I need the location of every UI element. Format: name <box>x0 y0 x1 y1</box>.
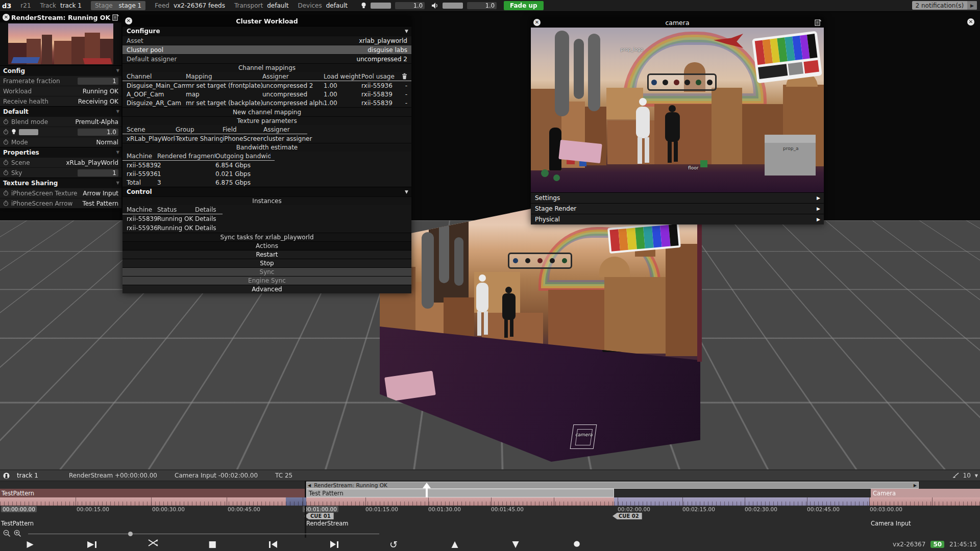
timecode-label: 00:03:00.00 <box>870 506 902 512</box>
cue-marker-1[interactable]: CUE 01 <box>304 513 334 519</box>
return-to-start-button[interactable]: ↺ <box>383 539 404 550</box>
volume-value[interactable]: 1.0 <box>467 2 497 9</box>
stop-button[interactable]: ■ <box>202 539 223 549</box>
chevron-right-icon[interactable]: ▶ <box>914 483 917 488</box>
devices-menu-value[interactable]: default <box>326 2 348 9</box>
stage-menu[interactable]: Stage stage 1 <box>91 1 145 10</box>
testpattern-section-label: TestPattern <box>2 490 34 497</box>
track-name[interactable]: track 1 <box>17 472 38 479</box>
timecode-label: 00:00:30.00 <box>152 506 185 512</box>
play-button[interactable]: ▶ <box>20 539 40 549</box>
timecode-label: 00:00:00.00 <box>1 506 37 512</box>
brightness-slider[interactable] <box>371 3 391 9</box>
previous-track-button[interactable]: ▲ <box>445 539 465 549</box>
brightness-value[interactable]: 1.0 <box>395 2 425 9</box>
previous-section-button[interactable] <box>263 539 283 549</box>
play-section-button[interactable]: ▶ <box>82 539 102 549</box>
fade-up-button[interactable]: Fade up <box>504 1 544 10</box>
zoom-out-icon[interactable] <box>3 530 11 537</box>
chevron-left-icon[interactable]: ◀ <box>308 483 311 488</box>
track-menu-label[interactable]: Track <box>40 2 56 9</box>
zoom-in-icon[interactable] <box>14 530 21 537</box>
test-pattern-section-label: Test Pattern <box>309 490 344 497</box>
camera-section-label: Camera <box>873 490 896 497</box>
renderstream-timecode: RenderStream +00:00:00.00 <box>69 472 157 479</box>
disguise-app: camera ✕ d3 r21 Track track 1 Stage stag… <box>0 0 980 551</box>
test-pattern-section-bar[interactable]: Test Pattern <box>306 489 614 497</box>
app-logo[interactable]: d3 <box>2 2 11 10</box>
testpattern-section-bar[interactable]: TestPattern <box>0 489 305 497</box>
notifications-text: 2 notification(s) <box>916 2 964 9</box>
renderstream-layer-label[interactable]: RenderStream <box>306 520 349 527</box>
stage-menu-label: Stage <box>95 2 113 9</box>
timecode-label: 00:01:15.00 <box>365 506 398 512</box>
timeline-ruler-pink[interactable] <box>869 497 980 506</box>
brush-icon[interactable] <box>952 472 959 479</box>
camera-section-bar[interactable]: Camera <box>871 489 980 497</box>
timeline-ruler-purple[interactable] <box>614 497 869 506</box>
playhead[interactable] <box>423 483 431 498</box>
timeline-ruler-blue[interactable] <box>286 497 306 506</box>
chevron-down-icon[interactable]: ▼ <box>975 473 978 478</box>
timeline-area: track 1 RenderStream +00:00:00.00 Camera… <box>0 469 980 551</box>
transport-menu-label[interactable]: Transport <box>234 2 263 9</box>
timecode-label: 00:02:00.00 <box>618 506 650 512</box>
scrollbar-handle[interactable] <box>128 532 133 536</box>
brightness-icon <box>361 2 366 9</box>
volume-icon <box>432 3 438 9</box>
timecode-label: 00:02:30.00 <box>745 506 777 512</box>
feed-menu-value[interactable]: vx2-26367 feeds <box>174 2 225 9</box>
timeline-ruler-pink[interactable] <box>0 497 286 506</box>
transport-menu-value[interactable]: default <box>267 2 288 9</box>
timecode-label: 00:00:15.00 <box>77 506 109 512</box>
renderstream-status-bar[interactable]: ◀ RenderStream: Running OK ▶ <box>306 482 919 489</box>
timecode-label: 00:01:30.00 <box>428 506 461 512</box>
timecode-label: 00:01:00.00 <box>303 506 338 512</box>
clock: 21:45:15 <box>949 541 977 548</box>
next-track-button[interactable]: ▼ <box>505 539 526 549</box>
devices-menu-label[interactable]: Devices <box>298 2 322 9</box>
track-icon[interactable] <box>3 472 10 479</box>
cue-marker-2[interactable]: CUE 02 <box>612 513 642 519</box>
feed-menu-label[interactable]: Feed <box>155 2 169 9</box>
stage-menu-value: stage 1 <box>118 2 141 9</box>
timeline-scrollbar[interactable] <box>28 534 379 534</box>
next-section-button[interactable] <box>324 539 345 549</box>
tc-rate-label: TC 25 <box>275 472 292 479</box>
track-bar[interactable]: track 1 RenderStream +00:00:00.00 Camera… <box>0 470 980 481</box>
top-menu-bar: d3 r21 Track track 1 Stage stage 1 Feed … <box>0 0 980 12</box>
camera-input-timecode: Camera Input -00:02:00.00 <box>175 472 258 479</box>
testpattern-layer-label[interactable]: TestPattern <box>1 520 34 527</box>
notifications-badge[interactable]: 2 notification(s) ▶ <box>912 1 977 10</box>
version-label: r21 <box>20 2 31 9</box>
volume-slider[interactable] <box>443 3 463 9</box>
camera-input-layer-label[interactable]: Camera Input <box>871 520 911 527</box>
notification-expand-icon[interactable]: ▶ <box>967 1 977 10</box>
fps-badge: 50 <box>930 541 944 548</box>
timecode-label: 00:01:45.00 <box>491 506 524 512</box>
timecode-label: 00:02:15.00 <box>682 506 715 512</box>
timecode-label: 00:02:45.00 <box>807 506 840 512</box>
machine-id: vx2-26367 <box>893 541 925 548</box>
track-menu-value[interactable]: track 1 <box>60 2 82 9</box>
timecode-label: 00:00:45.00 <box>228 506 260 512</box>
renderstream-status-label: RenderStream: Running OK <box>314 482 387 488</box>
trackbar-right-value[interactable]: 10 <box>963 472 971 479</box>
crossfade-button[interactable] <box>143 539 163 547</box>
record-button[interactable]: ● <box>567 539 587 548</box>
editor-divider[interactable] <box>305 481 306 538</box>
timeline-ruler-pink[interactable] <box>306 497 614 506</box>
